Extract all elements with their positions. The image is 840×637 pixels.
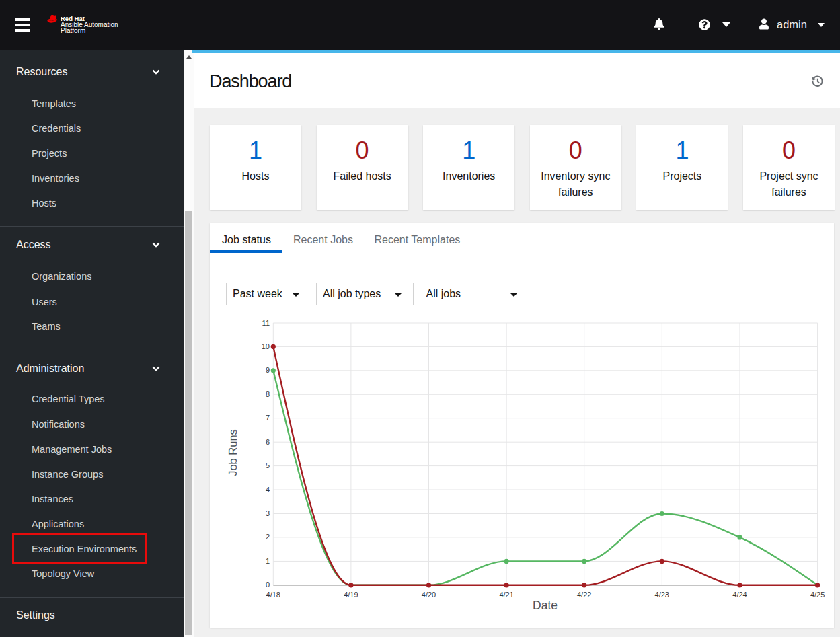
svg-text:4/18: 4/18 (266, 591, 280, 599)
svg-text:7: 7 (266, 414, 270, 422)
svg-text:10: 10 (262, 342, 270, 350)
svg-text:4/22: 4/22 (577, 591, 591, 599)
svg-text:11: 11 (262, 319, 270, 327)
svg-text:3: 3 (266, 509, 270, 517)
svg-text:Job Runs: Job Runs (227, 429, 239, 476)
svg-text:1: 1 (266, 557, 270, 565)
svg-text:6: 6 (266, 438, 270, 446)
svg-text:9: 9 (266, 366, 270, 374)
svg-text:Date: Date (533, 599, 558, 612)
svg-text:8: 8 (266, 390, 270, 398)
svg-text:0: 0 (266, 580, 270, 589)
svg-text:4/25: 4/25 (810, 591, 825, 599)
svg-text:4/24: 4/24 (732, 591, 747, 599)
svg-text:2: 2 (266, 533, 270, 541)
svg-text:4/21: 4/21 (499, 591, 513, 599)
svg-text:4: 4 (266, 486, 270, 494)
svg-text:5: 5 (266, 461, 270, 470)
svg-text:4/19: 4/19 (344, 591, 358, 599)
svg-text:4/23: 4/23 (655, 591, 669, 599)
svg-text:4/20: 4/20 (422, 591, 436, 599)
